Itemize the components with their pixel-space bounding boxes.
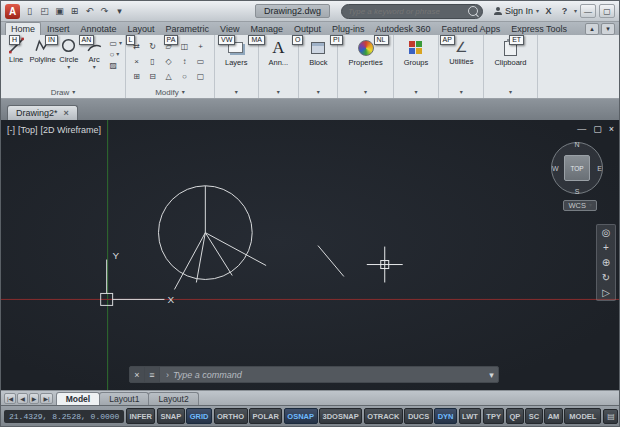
command-prompt[interactable]: › Type a command bbox=[160, 367, 485, 382]
draw-panel-footer[interactable]: Draw ▾ bbox=[1, 87, 125, 98]
ribbon-minimize-icon[interactable]: ▴ bbox=[585, 23, 599, 35]
help-icon[interactable]: ? bbox=[558, 6, 571, 16]
status-toggle[interactable]: POLAR bbox=[249, 408, 282, 424]
layout-tab[interactable]: Layout1 bbox=[99, 392, 149, 405]
ribbon-tab[interactable]: LayoutL bbox=[123, 23, 160, 35]
ribbon-tab[interactable]: Plug-insPI bbox=[327, 23, 370, 35]
wcs-caret-icon[interactable]: ▾ bbox=[589, 203, 592, 208]
doc-close-icon[interactable]: × bbox=[609, 124, 614, 134]
doc-restore-icon[interactable]: ▢ bbox=[593, 124, 602, 134]
wcs-menu[interactable]: WCS ▾ bbox=[563, 200, 597, 211]
layers-panel-caret-icon[interactable]: ▾ bbox=[235, 90, 238, 95]
pan-icon[interactable]: + bbox=[603, 242, 609, 253]
circle-split-caret-icon[interactable]: ▾ bbox=[67, 65, 70, 70]
minimize-window-button[interactable]: — bbox=[580, 4, 596, 18]
status-toggle[interactable]: LWT bbox=[459, 408, 482, 424]
viewcube-east-label[interactable]: E bbox=[597, 165, 602, 172]
viewport-visual-style-control[interactable]: [2D Wireframe] bbox=[41, 125, 102, 135]
status-toggle[interactable]: AM bbox=[544, 408, 563, 424]
ribbon-tab[interactable]: ViewVW bbox=[215, 23, 244, 35]
modify-tool-icon[interactable]: ▯ bbox=[145, 54, 160, 68]
status-toggle[interactable]: SC bbox=[525, 408, 542, 424]
properties-panel-caret-icon[interactable]: ▾ bbox=[364, 90, 367, 95]
status-toggle[interactable]: DYN bbox=[434, 408, 457, 424]
arc-split-caret-icon[interactable]: ▾ bbox=[93, 65, 96, 70]
status-toggle[interactable]: GRID bbox=[186, 408, 212, 424]
circle-tool-button[interactable]: Circle ▾ bbox=[57, 37, 81, 70]
command-input[interactable]: Type a command bbox=[173, 370, 242, 380]
modify-tool-icon[interactable]: △ bbox=[161, 69, 176, 83]
ribbon-tab[interactable]: Featured AppsAP bbox=[437, 23, 506, 35]
utilities-panel-caret-icon[interactable]: ▾ bbox=[460, 90, 463, 95]
search-icon[interactable] bbox=[468, 6, 478, 16]
prev-layout-icon[interactable]: ◀ bbox=[17, 393, 28, 404]
new-file-icon[interactable]: ▯ bbox=[23, 5, 36, 18]
viewport-collapse-control[interactable]: [-] bbox=[7, 125, 15, 135]
modify-tool-icon[interactable]: ◫ bbox=[177, 39, 192, 53]
layout-tab[interactable]: Layout2 bbox=[148, 392, 198, 405]
steering-wheel-icon[interactable]: ◎ bbox=[602, 227, 611, 238]
quick-view-drawings-icon[interactable]: ▤ bbox=[603, 409, 618, 424]
sign-in-caret-icon[interactable]: ▾ bbox=[536, 9, 539, 14]
status-toggle[interactable]: TPY bbox=[483, 408, 505, 424]
ribbon-tab[interactable]: Autodesk 360NL bbox=[371, 23, 436, 35]
exchange-apps-icon[interactable]: X bbox=[542, 6, 555, 16]
line-entities[interactable] bbox=[174, 186, 343, 290]
viewcube-north-label[interactable]: N bbox=[574, 141, 579, 148]
modify-tool-icon[interactable]: ◇ bbox=[161, 54, 176, 68]
last-layout-icon[interactable]: ▶| bbox=[40, 393, 52, 404]
block-panel-caret-icon[interactable]: ▾ bbox=[317, 90, 320, 95]
help-search-box[interactable] bbox=[341, 4, 483, 19]
ribbon-tab[interactable]: AnnotateAN bbox=[76, 23, 122, 35]
status-toggle[interactable]: SNAP bbox=[157, 408, 185, 424]
viewcube-top-face[interactable]: TOP bbox=[564, 155, 590, 181]
help-caret-icon[interactable]: ▾ bbox=[574, 9, 577, 14]
next-layout-icon[interactable]: ▶ bbox=[29, 393, 40, 404]
ribbon-tab[interactable]: OutputO bbox=[289, 23, 326, 35]
viewcube-south-label[interactable]: S bbox=[575, 188, 580, 195]
modify-tool-icon[interactable]: ⊞ bbox=[129, 69, 144, 83]
modify-tool-icon[interactable]: ↻ bbox=[145, 39, 160, 53]
modify-tool-icon[interactable]: ⊟ bbox=[145, 69, 160, 83]
restore-window-button[interactable]: ▢ bbox=[599, 4, 615, 18]
modify-panel-footer[interactable]: Modify ▾ bbox=[126, 87, 214, 98]
undo-icon[interactable]: ↶ bbox=[83, 5, 96, 18]
ellipse-tool-icon[interactable]: ○ bbox=[109, 50, 114, 59]
modify-tool-icon[interactable]: × bbox=[129, 54, 144, 68]
status-toggle[interactable]: DUCS bbox=[404, 408, 432, 424]
modify-tool-icon[interactable]: ▢ bbox=[193, 69, 208, 83]
drawing-canvas[interactable]: [-] [Top] [2D Wireframe] — ▢ × N S W E T… bbox=[1, 120, 619, 390]
layout-tab[interactable]: Model bbox=[56, 392, 101, 405]
ribbon-tab[interactable]: InsertIN bbox=[42, 23, 75, 35]
qat-dropdown-icon[interactable]: ▾ bbox=[113, 5, 126, 18]
plot-icon[interactable]: ⊞ bbox=[68, 5, 81, 18]
showmotion-icon[interactable]: ▷ bbox=[602, 287, 610, 298]
ribbon-tab[interactable]: HomeH bbox=[5, 22, 41, 35]
ribbon-tab[interactable]: ParametricPA bbox=[161, 23, 215, 35]
annotation-panel-caret-icon[interactable]: ▾ bbox=[277, 90, 280, 95]
ellipse-caret-icon[interactable]: ▾ bbox=[116, 52, 119, 57]
status-toggle[interactable]: 3DOSNAP bbox=[319, 408, 362, 424]
command-customize-icon[interactable]: ≡ bbox=[145, 367, 160, 382]
command-history-caret-icon[interactable]: ▾ bbox=[485, 367, 498, 382]
open-file-icon[interactable]: ◰ bbox=[38, 5, 51, 18]
model-space-button[interactable]: MODEL bbox=[564, 408, 601, 424]
ribbon-options-caret-icon[interactable]: ▾ bbox=[601, 23, 615, 35]
viewcube[interactable]: N S W E TOP bbox=[551, 142, 603, 194]
command-close-icon[interactable]: × bbox=[130, 367, 145, 382]
viewport-view-control[interactable]: [Top] bbox=[18, 125, 38, 135]
first-layout-icon[interactable]: |◀ bbox=[4, 393, 16, 404]
application-menu-button[interactable]: A bbox=[5, 4, 20, 19]
ribbon-tab[interactable]: ManageMA bbox=[245, 23, 288, 35]
rectangle-tool-icon[interactable]: ▭ bbox=[109, 39, 117, 48]
viewcube-west-label[interactable]: W bbox=[552, 165, 559, 172]
ribbon-tab[interactable]: Express ToolsET bbox=[506, 23, 572, 35]
modify-tool-icon[interactable]: ▭ bbox=[193, 54, 208, 68]
file-tab[interactable]: Drawing2* × bbox=[7, 105, 78, 120]
draw-panel-caret-icon[interactable]: ▾ bbox=[72, 90, 75, 95]
doc-minimize-icon[interactable]: — bbox=[577, 124, 586, 134]
sign-in-control[interactable]: Sign In ▾ bbox=[494, 6, 539, 16]
modify-tool-icon[interactable]: + bbox=[193, 39, 208, 53]
groups-button[interactable]: Groups bbox=[397, 37, 436, 67]
orbit-icon[interactable]: ↻ bbox=[602, 272, 610, 283]
